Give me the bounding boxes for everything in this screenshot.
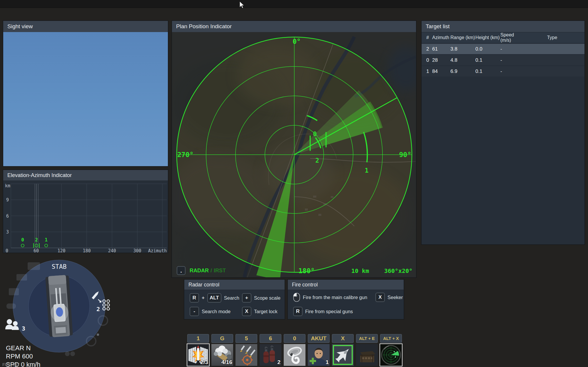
- binding-label: Fire from special guns: [305, 309, 353, 314]
- top-bar: [0, 0, 588, 8]
- eai-grid: [11, 184, 167, 248]
- radar-control-title: Radar control: [184, 280, 285, 290]
- target-id: 2: [426, 46, 432, 52]
- binding-label: Search: [224, 295, 239, 301]
- target-list-panel: Target list # Azimuth Range (km) Height …: [421, 21, 585, 245]
- target-row[interactable]: 2 61 3.8 0.0 -: [422, 44, 584, 54]
- hotbar-key-label: 0: [284, 334, 305, 343]
- fire-extinguisher-icon: 2: [260, 344, 281, 366]
- sight-view-title: Sight view: [3, 21, 168, 32]
- target-row[interactable]: 0 28 4.8 0.1 -: [422, 55, 584, 65]
- hotbar-slot-rockets[interactable]: 5: [235, 334, 257, 366]
- svg-text:300: 300: [133, 248, 141, 253]
- svg-text:3: 3: [6, 229, 9, 235]
- col-height: Height (km): [475, 35, 500, 40]
- svg-text:60: 60: [34, 248, 39, 253]
- hotbar-slot-tow-cable[interactable]: 0: [284, 334, 305, 366]
- ppi-display: 0 2 1 0° 90° 180° 270° . RADAR / IRST 10…: [172, 32, 416, 277]
- target-height: 0.0: [475, 46, 500, 52]
- fire-control-title: Fire control: [288, 280, 404, 290]
- target-height: 0.1: [475, 57, 500, 63]
- missile-launch-icon: 2/3: [187, 344, 209, 366]
- smoke-shell-icon: 4/16: [211, 344, 233, 366]
- elevation-azimuth-title: Elevation-Azimuth Indicator: [3, 170, 168, 181]
- hotbar-slot-extinguisher[interactable]: 6 2: [260, 334, 281, 366]
- ppi-scan-pattern: 360°x20°: [384, 267, 412, 274]
- ppi-title: Plan Position Indicator: [172, 21, 416, 32]
- ppi-svg: 0 2 1 0° 90° 180° 270°: [172, 32, 416, 277]
- target-azimuth: 28: [432, 57, 450, 63]
- binding-label: Target lock: [254, 309, 278, 314]
- plus-separator: +: [202, 295, 205, 301]
- svg-text:0°: 0°: [293, 38, 301, 45]
- ammo-count: 2/3: [201, 359, 208, 366]
- gear-readout: GEAR N: [6, 344, 40, 352]
- svg-text:9: 9: [6, 197, 9, 203]
- hotbar-slot-radar-toggle[interactable]: ALT + X: [380, 334, 402, 366]
- target-id: 0: [426, 57, 432, 63]
- svg-text:km: km: [5, 183, 10, 188]
- ppi-panel: Plan Position Indicator: [172, 21, 416, 278]
- hotbar-key-label: 5: [235, 334, 257, 343]
- hotbar-slot-medic[interactable]: AKUT 1: [308, 334, 330, 366]
- svg-text:90°: 90°: [399, 151, 411, 159]
- mouse-left-button-icon: [293, 293, 300, 302]
- target-azimuth: 61: [432, 46, 450, 52]
- svg-text:120: 120: [57, 248, 65, 253]
- svg-text:0: 0: [6, 248, 8, 253]
- rpm-readout: RPM 600: [6, 352, 40, 361]
- svg-text:1: 1: [365, 167, 369, 174]
- svg-text:1: 1: [45, 237, 48, 243]
- fps-counter: FPS: 247: [2, 362, 19, 367]
- target-id: 1: [426, 69, 432, 74]
- col-type: Type: [525, 35, 584, 40]
- hotbar-slot-ammo-crate[interactable]: ALT + E: [356, 334, 378, 366]
- svg-text:0: 0: [21, 237, 24, 243]
- hotbar-key-label: 6: [260, 334, 281, 343]
- status-dot: [97, 333, 99, 336]
- eai-target-markers: 0 2 1: [21, 237, 48, 248]
- hotbar-key-label: ALT + E: [356, 334, 378, 343]
- target-speed: -: [500, 46, 525, 52]
- radar-mode-switch: . RADAR / IRST: [177, 266, 226, 275]
- binding-label: Scope scale: [254, 295, 280, 301]
- keycap-r: R: [190, 293, 199, 303]
- binding-label: Seeker: [387, 295, 403, 300]
- col-azimuth: Azimuth: [432, 35, 450, 40]
- vehicle-status-display: STAB 3: [5, 258, 111, 358]
- hotbar-slot-smoke[interactable]: G 4/16: [211, 334, 233, 366]
- hotbar-slot-air-target[interactable]: X: [332, 334, 354, 366]
- sight-view-sky: [3, 32, 168, 166]
- binding-scope-scale: + Scope scale: [242, 293, 280, 303]
- binding-target-lock: X Target lock: [242, 307, 278, 316]
- target-range: 6.9: [450, 69, 475, 74]
- rocket-salvo-icon: [235, 344, 257, 366]
- ammo-crate-icon: [356, 344, 378, 366]
- binding-label: Search mode: [202, 309, 230, 314]
- col-range: Range (km): [450, 35, 475, 40]
- ammo-count: 2: [277, 359, 280, 366]
- hotbar-slot-missile[interactable]: 1 2/3: [187, 334, 209, 366]
- target-height: 0.1: [475, 69, 500, 74]
- ammo-count: 4/16: [221, 359, 232, 366]
- radar-mode-active: RADAR: [190, 268, 209, 274]
- hotbar-key-label: ALT + X: [380, 334, 402, 343]
- radar-mode-separator: /: [211, 268, 212, 274]
- sight-view-panel: Sight view: [3, 21, 168, 166]
- target-row[interactable]: 1 84 6.9 0.1 -: [422, 66, 584, 76]
- radar-mode-inactive: IRST: [214, 268, 226, 274]
- crew-count: 3: [22, 325, 25, 332]
- fire-control-panel: Fire control Fire from the main calibre …: [288, 279, 404, 319]
- svg-text:0: 0: [313, 131, 317, 138]
- target-azimuth: 84: [432, 69, 450, 74]
- binding-label: Fire from the main calibre gun: [303, 295, 367, 300]
- keycap-x: X: [375, 293, 385, 302]
- eai-axis-labels: km 9 6 3 0 60 120 180 240 300 Azimuth: [5, 183, 167, 253]
- elevation-azimuth-panel: Elevation-Azimuth Indicator km 9 6 3 0: [3, 170, 168, 253]
- svg-text:180: 180: [83, 248, 91, 253]
- svg-text:180°: 180°: [298, 267, 315, 275]
- hotbar-key-label: G: [211, 334, 233, 343]
- svg-text:240: 240: [108, 248, 116, 253]
- svg-text:2: 2: [35, 237, 38, 243]
- keycap-r: R: [293, 307, 303, 316]
